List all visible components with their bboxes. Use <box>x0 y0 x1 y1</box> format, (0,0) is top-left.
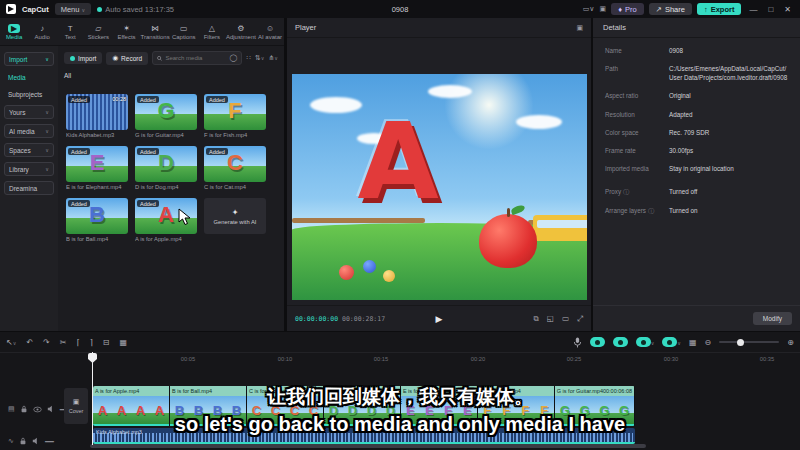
added-badge: Added <box>137 200 159 207</box>
tab-adjustment[interactable]: ⚙Adjustment <box>226 18 256 45</box>
tab-ai-avatar[interactable]: ☺AI avatar <box>256 18 284 45</box>
trim-right-icon[interactable]: ⌉ <box>90 338 93 347</box>
timeline-scrollbar[interactable] <box>0 444 800 448</box>
media-item-b-ball[interactable]: Added B <box>66 198 128 234</box>
player-display-options-icon[interactable]: ▣ <box>576 24 583 32</box>
media-sidebar: Import∨ Media Subprojects Yours∨ AI medi… <box>0 46 58 331</box>
linked-clips-icon[interactable]: ∨ <box>636 337 655 347</box>
search-input[interactable] <box>165 55 226 61</box>
video-preview[interactable]: A <box>292 74 587 300</box>
magnetic-snap-icon[interactable] <box>590 337 605 347</box>
generate-with-ai-tile[interactable]: ✦ Generate with AI <box>204 198 266 234</box>
scene-letter-a: A <box>358 101 439 223</box>
sidebar-item-spaces[interactable]: Spaces∨ <box>4 143 54 157</box>
search-box[interactable]: ◯ <box>152 51 242 65</box>
split-icon[interactable]: ✂ <box>60 338 67 347</box>
detail-row-frame-rate: Frame rate30.00fps <box>605 146 790 155</box>
media-item-name: D is for Dog.mp4 <box>135 184 199 190</box>
ruler-tick: 00:30 <box>664 356 679 362</box>
ribbon-tabbar: ▶Media ♪Audio TText ▱Stickers ✶Effects ⋈… <box>0 18 284 46</box>
mask-icon[interactable]: ▦ <box>119 338 127 347</box>
redo-icon[interactable]: ↷ <box>43 338 50 347</box>
panel-toggle-icon[interactable]: ▣ <box>600 5 607 13</box>
autosave-check-icon <box>97 7 102 12</box>
select-tool-icon[interactable]: ↖∨ <box>6 338 16 347</box>
search-scope-icon[interactable]: ◯ <box>230 54 238 62</box>
sidebar-item-import[interactable]: Import∨ <box>4 52 54 66</box>
tab-text[interactable]: TText <box>56 18 84 45</box>
tab-media[interactable]: ▶Media <box>0 18 28 45</box>
sidebar-item-library[interactable]: Library∨ <box>4 162 54 176</box>
snapshot-icon[interactable]: ◱ <box>547 314 554 324</box>
media-item-d-dog[interactable]: Added D <box>135 146 197 182</box>
play-button[interactable]: ▶ <box>436 314 443 324</box>
thumbnail-letter: B <box>89 202 105 228</box>
pro-button[interactable]: ♦Pro <box>611 3 644 15</box>
timeline-scrollbar-thumb[interactable] <box>90 444 646 448</box>
mic-icon[interactable] <box>573 337 582 348</box>
tab-effects[interactable]: ✶Effects <box>112 18 140 45</box>
added-badge: Added <box>206 96 228 103</box>
filter-icon[interactable]: ⋔∨ <box>268 54 278 62</box>
timeline-toolbar: ↖∨ ↶ ↷ ✂ ⌈ ⌉ ⊟ ▦ ∨ ∨ ▦ ⊖ ⊕ <box>0 332 800 352</box>
delete-icon[interactable]: ⊟ <box>103 338 110 347</box>
minimize-button[interactable]: — <box>746 5 760 14</box>
menu-button[interactable]: Menu ∨ <box>55 3 92 15</box>
zoom-in-icon[interactable]: ⊕ <box>787 338 794 347</box>
tab-filters[interactable]: △Filters <box>198 18 226 45</box>
sidebar-item-media[interactable]: Media <box>4 71 54 83</box>
sort-icon[interactable]: ⇅∨ <box>255 54 265 62</box>
media-item-f-fish[interactable]: Added F <box>204 94 266 130</box>
upload-icon: ↑ <box>704 5 708 14</box>
auto-select-icon[interactable] <box>613 337 628 347</box>
export-button[interactable]: ↑Export <box>697 3 742 15</box>
maximize-button[interactable]: □ <box>765 5 776 14</box>
sidebar-item-subprojects[interactable]: Subprojects <box>4 88 54 100</box>
filter-all-label[interactable]: All <box>58 70 284 81</box>
share-button[interactable]: ↗Share <box>649 3 692 15</box>
tab-transitions[interactable]: ⋈Transitions <box>141 18 170 45</box>
media-icon: ▶ <box>8 24 20 33</box>
detail-row-aspect-ratio: Aspect ratioOriginal <box>605 91 790 100</box>
zoom-out-icon[interactable]: ⊖ <box>705 338 712 347</box>
tab-captions[interactable]: ▭Captions <box>170 18 198 45</box>
zoom-slider[interactable] <box>719 341 779 343</box>
tab-audio[interactable]: ♪Audio <box>28 18 56 45</box>
tab-stickers[interactable]: ▱Stickers <box>84 18 112 45</box>
total-duration: 00:00:28:17 <box>342 315 385 323</box>
preview-axis-icon[interactable]: ∨ <box>662 337 681 347</box>
current-time: 00:00:00:00 <box>295 315 338 323</box>
media-item-kids-alphabet[interactable]: Added 00:28 <box>66 94 128 130</box>
media-item-g-guitar[interactable]: Added G <box>135 94 197 130</box>
close-button[interactable]: ✕ <box>781 5 794 14</box>
media-item-e-elephant[interactable]: Added E <box>66 146 128 182</box>
fullscreen-icon[interactable]: ⤢ <box>577 314 583 324</box>
share-icon: ↗ <box>656 5 662 14</box>
render-preview-icon[interactable]: ▦ <box>689 338 697 347</box>
cloud <box>310 97 362 113</box>
filters-icon: △ <box>209 24 215 33</box>
split-screen-icon[interactable]: ⧉ <box>533 314 538 324</box>
record-button[interactable]: ◉Record <box>106 52 148 65</box>
ruler-tick: 00:35 <box>760 356 775 362</box>
ratio-icon[interactable]: ▭ <box>562 314 569 324</box>
titlebar: CapCut Menu ∨ Auto saved 13:17:35 0908 ▭… <box>0 0 800 18</box>
ruler-tick: 00:15 <box>374 356 389 362</box>
sidebar-item-yours[interactable]: Yours∨ <box>4 105 54 119</box>
layout-options-icon[interactable]: ▭∨ <box>583 5 595 13</box>
media-item-c-cat[interactable]: Added C <box>204 146 266 182</box>
sidebar-item-dreamina[interactable]: Dreamina <box>4 181 54 195</box>
adjustment-icon: ⚙ <box>237 24 244 33</box>
import-button[interactable]: Import <box>64 52 102 64</box>
trim-left-icon[interactable]: ⌈ <box>76 338 79 347</box>
zoom-slider-thumb[interactable] <box>737 339 744 346</box>
cloud <box>516 115 562 129</box>
timeline-ruler[interactable]: 00:05 00:10 00:15 00:20 00:25 00:30 00:3… <box>0 352 800 366</box>
diamond-icon: ♦ <box>618 5 622 14</box>
sidebar-item-ai-media[interactable]: AI media∨ <box>4 124 54 138</box>
grid-view-icon[interactable]: ∷ <box>246 54 250 62</box>
apple <box>479 214 537 268</box>
undo-icon[interactable]: ↶ <box>26 338 33 347</box>
modify-button[interactable]: Modify <box>753 312 792 325</box>
detail-row-name: Name0908 <box>605 46 790 55</box>
